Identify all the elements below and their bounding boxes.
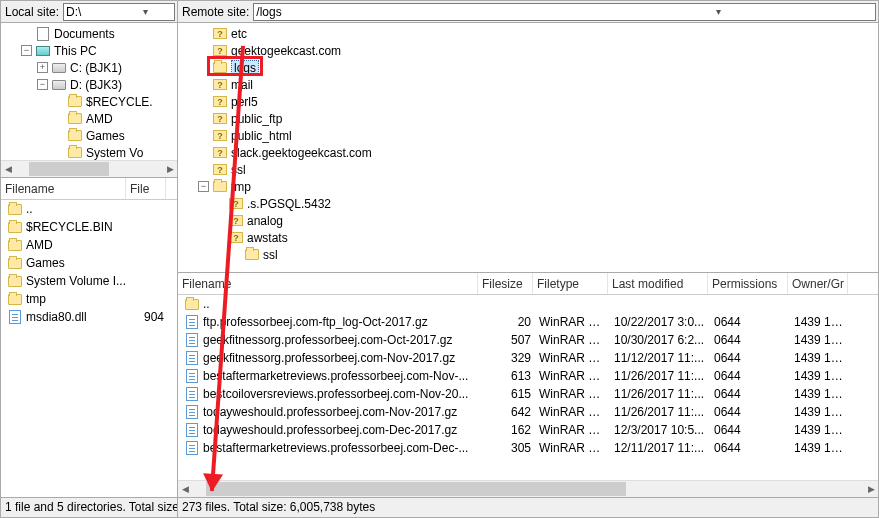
file-name: bestaftermarketreviews.professorbeej.com… (203, 369, 468, 383)
tree-item[interactable]: mail (178, 76, 878, 93)
tree-item[interactable]: $RECYCLE. (1, 93, 177, 110)
tree-item[interactable]: awstats (178, 229, 878, 246)
file-owner: 1439 1368 (790, 441, 850, 455)
list-item[interactable]: AMD (1, 236, 177, 254)
tree-item[interactable]: analog (178, 212, 878, 229)
col-owner[interactable]: Owner/Gr (788, 273, 848, 294)
folder-icon (244, 248, 260, 262)
folder-unknown-icon (212, 112, 228, 126)
scroll-left-icon[interactable]: ◀ (1, 162, 15, 176)
file-modified: 11/12/2017 11:... (610, 351, 710, 365)
file-permissions: 0644 (710, 369, 790, 383)
file-name: Games (26, 256, 65, 270)
col-filename[interactable]: Filename (1, 178, 126, 199)
list-item[interactable]: .. (1, 200, 177, 218)
tree-label: logs (231, 60, 259, 76)
list-item[interactable]: bestaftermarketreviews.professorbeej.com… (178, 367, 878, 385)
tree-item[interactable]: ssl (178, 246, 878, 263)
list-item[interactable]: bestcoiloversreviews.professorbeej.com-N… (178, 385, 878, 403)
list-item[interactable]: $RECYCLE.BIN (1, 218, 177, 236)
folder-unknown-icon (212, 163, 228, 177)
local-file-list[interactable]: Filename File ..$RECYCLE.BINAMDGamesSyst… (1, 178, 177, 497)
tree-label: System Vo (86, 146, 143, 160)
pc-icon (35, 44, 51, 58)
list-item[interactable]: todayweshould.professorbeej.com-Nov-2017… (178, 403, 878, 421)
tree-item[interactable]: logs (178, 59, 878, 76)
tree-label: This PC (54, 44, 97, 58)
file-owner: 1439 1368 (790, 351, 850, 365)
file-permissions: 0644 (710, 333, 790, 347)
tree-item[interactable]: perl5 (178, 93, 878, 110)
folder-icon (7, 256, 23, 270)
list-item[interactable]: geekfitnessorg.professorbeej.com-Nov-201… (178, 349, 878, 367)
tree-item[interactable]: .s.PGSQL.5432 (178, 195, 878, 212)
tree-item[interactable]: public_ftp (178, 110, 878, 127)
remote-site-dropdown[interactable]: /logs ▾ (253, 3, 876, 21)
file-name: $RECYCLE.BIN (26, 220, 113, 234)
tree-item[interactable]: slack.geektogeekcast.com (178, 144, 878, 161)
col-filename[interactable]: Filename (178, 273, 478, 294)
list-item[interactable]: .. (178, 295, 878, 313)
remote-file-list[interactable]: Filename Filesize Filetype Last modified… (178, 273, 878, 497)
file-name: AMD (26, 238, 53, 252)
file-modified: 11/26/2017 11:... (610, 405, 710, 419)
tree-item[interactable]: Games (1, 127, 177, 144)
remote-site-row: Remote site: /logs ▾ (178, 1, 878, 23)
expander-icon[interactable]: − (21, 45, 32, 56)
list-item[interactable]: todayweshould.professorbeej.com-Dec-2017… (178, 421, 878, 439)
local-tree[interactable]: Documents−This PC+C: (BJK1)−D: (BJK3)$RE… (1, 23, 177, 178)
folder-unknown-icon (212, 27, 228, 41)
tree-item[interactable]: +C: (BJK1) (1, 59, 177, 76)
tree-item[interactable]: AMD (1, 110, 177, 127)
file-name: bestaftermarketreviews.professorbeej.com… (203, 441, 468, 455)
expander-icon[interactable]: − (198, 181, 209, 192)
folder-unknown-icon (228, 231, 244, 245)
tree-item[interactable]: −This PC (1, 42, 177, 59)
file-size: 162 (480, 423, 535, 437)
tree-item[interactable]: System Vo (1, 144, 177, 161)
expander-icon[interactable]: − (37, 79, 48, 90)
list-item[interactable]: msdia80.dll904 (1, 308, 177, 326)
folder-unknown-icon (212, 95, 228, 109)
scroll-left-icon[interactable]: ◀ (178, 482, 192, 496)
tree-item[interactable]: −D: (BJK3) (1, 76, 177, 93)
list-item[interactable]: Games (1, 254, 177, 272)
col-filetype[interactable]: Filetype (533, 273, 608, 294)
scroll-right-icon[interactable]: ▶ (864, 482, 878, 496)
file-icon (184, 369, 200, 383)
file-permissions: 0644 (710, 441, 790, 455)
list-item[interactable]: geekfitnessorg.professorbeej.com-Oct-201… (178, 331, 878, 349)
tree-item[interactable]: public_html (178, 127, 878, 144)
list-item[interactable]: System Volume I... (1, 272, 177, 290)
file-size: 329 (480, 351, 535, 365)
col-permissions[interactable]: Permissions (708, 273, 788, 294)
local-site-dropdown[interactable]: D:\ ▾ (63, 3, 175, 21)
tree-item[interactable]: geektogeekcast.com (178, 42, 878, 59)
file-name: .. (203, 297, 210, 311)
file-permissions: 0644 (710, 387, 790, 401)
remote-list-header[interactable]: Filename Filesize Filetype Last modified… (178, 273, 878, 295)
tree-label: tmp (231, 180, 251, 194)
file-owner: 1439 1368 (790, 369, 850, 383)
list-item[interactable]: tmp (1, 290, 177, 308)
folder-icon (67, 95, 83, 109)
expander-icon[interactable]: + (37, 62, 48, 73)
tree-item[interactable]: Documents (1, 25, 177, 42)
col-filesize[interactable]: File (126, 178, 166, 199)
list-item[interactable]: ftp.professorbeej.com-ftp_log-Oct-2017.g… (178, 313, 878, 331)
scroll-right-icon[interactable]: ▶ (163, 162, 177, 176)
file-icon (184, 333, 200, 347)
folder-unknown-icon (212, 78, 228, 92)
tree-item[interactable]: −tmp (178, 178, 878, 195)
local-list-header[interactable]: Filename File (1, 178, 177, 200)
tree-label: AMD (86, 112, 113, 126)
col-modified[interactable]: Last modified (608, 273, 708, 294)
folder-icon (7, 202, 23, 216)
tree-item[interactable]: etc (178, 25, 878, 42)
tree-item[interactable]: ssl (178, 161, 878, 178)
col-filesize[interactable]: Filesize (478, 273, 533, 294)
list-item[interactable]: bestaftermarketreviews.professorbeej.com… (178, 439, 878, 457)
file-icon (7, 310, 23, 324)
remote-tree[interactable]: etcgeektogeekcast.comlogsmailperl5public… (178, 23, 878, 273)
file-size: 507 (480, 333, 535, 347)
